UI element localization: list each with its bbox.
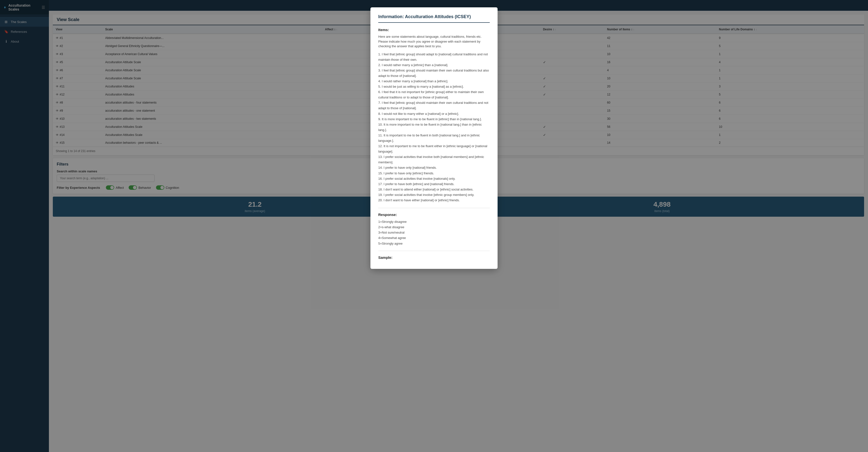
modal-overlay[interactable]: Information: Acculturation Attitudes (IC… [0,0,868,452]
modal: Information: Acculturation Attitudes (IC… [370,7,498,269]
list-item: 20. I don't want to have either [nationa… [378,198,490,203]
list-item: 5. I would be just as willing to marry a… [378,84,490,89]
items-section-title: Items: [378,28,490,32]
list-item: 6. I feel that it is not important for [… [378,89,490,100]
list-item: 13. I prefer social activities that invo… [378,154,490,165]
response-item: 2=s-what disagree [378,225,490,230]
list-item: 9. It is more important to me to be flue… [378,117,490,122]
modal-title: Information: Acculturation Attitudes (IC… [378,14,490,23]
response-item: 5=Strongly agree [378,241,490,246]
list-item: 1. I feel that [ethnic group] should ada… [378,52,490,62]
items-list: 1. I feel that [ethnic group] should ada… [378,52,490,203]
list-item: 11. It is important to me to be fluent i… [378,133,490,143]
list-item: 7. I feel that [ethnic group] should mai… [378,100,490,111]
list-item: 12. It is not important to me to be flue… [378,143,490,154]
sample-section: Sample: [378,255,490,259]
list-item: 19. I prefer social activities that invo… [378,192,490,198]
response-item: 4=Somewhat agree [378,235,490,241]
list-item: 8. I would not like to marry either a [n… [378,111,490,117]
list-item: 4. I would rather marry a [national] tha… [378,79,490,84]
list-item: 3. I feel that [ethnic group] should mai… [378,68,490,79]
list-item: 14. I prefer to have only [national] fri… [378,165,490,170]
list-item: 16. I prefer social activities that invo… [378,176,490,181]
list-item: 17. I prefer to have both [ethnic] and [… [378,181,490,187]
response-item: 1=Strongly disagree [378,219,490,225]
modal-divider [378,208,490,208]
response-section: Response: 1=Strongly disagree2=s-what di… [378,213,490,246]
sample-section-title: Sample: [378,255,490,259]
list-item: 2. I would rather marry a [ethnic] than … [378,62,490,68]
response-section-title: Response: [378,213,490,217]
list-item: 18. I don't want to attend either [natio… [378,187,490,192]
list-item: 10. It is more important to me to be flu… [378,122,490,133]
modal-divider-2 [378,251,490,251]
response-item: 3=Not sure/neutral [378,230,490,235]
list-item: 15. I prefer to have only [ethnic] frien… [378,171,490,176]
items-intro: Here are some statements about language,… [378,34,490,49]
response-list: 1=Strongly disagree2=s-what disagree3=No… [378,219,490,246]
